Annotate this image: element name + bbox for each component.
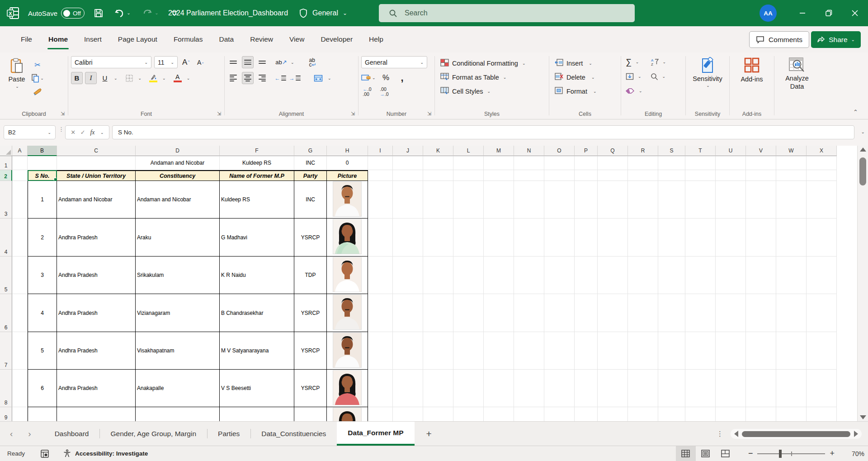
- cell-J4[interactable]: [393, 219, 423, 257]
- cell-F6[interactable]: B Chandrasekhar: [220, 294, 294, 332]
- column-header-R[interactable]: R: [628, 146, 658, 156]
- ribbon-tab-help[interactable]: Help: [361, 26, 392, 52]
- cell-L6[interactable]: [453, 294, 484, 332]
- cell-M3[interactable]: [484, 181, 514, 219]
- cell-X6[interactable]: [807, 294, 837, 332]
- column-header-P[interactable]: P: [575, 146, 598, 156]
- zoom-slider-handle[interactable]: [779, 450, 782, 458]
- cell-C5[interactable]: Andhra Pradesh: [57, 257, 136, 294]
- sheet-tab-data-constituencies[interactable]: Data_Constituencies: [250, 422, 337, 446]
- cell-C9[interactable]: [57, 407, 136, 421]
- cell-K4[interactable]: [423, 219, 453, 257]
- column-header-W[interactable]: W: [776, 146, 807, 156]
- increase-indent-button[interactable]: →: [289, 72, 301, 84]
- borders-chevron-icon[interactable]: ⌄: [138, 76, 142, 81]
- cell-X7[interactable]: [807, 332, 837, 370]
- cell-Q1[interactable]: [598, 156, 628, 170]
- cell-D9[interactable]: [136, 407, 220, 421]
- zoom-in-button[interactable]: +: [830, 449, 835, 458]
- cell-I4[interactable]: [368, 219, 393, 257]
- cell-A3[interactable]: [12, 181, 28, 219]
- cell-B3[interactable]: 1: [28, 181, 57, 219]
- cell-U1[interactable]: [716, 156, 746, 170]
- cell-C1[interactable]: [57, 156, 136, 170]
- cell-V4[interactable]: [746, 219, 776, 257]
- cell-Q8[interactable]: [598, 370, 628, 407]
- collapse-ribbon-button[interactable]: ⌃: [853, 109, 858, 115]
- cell-K5[interactable]: [423, 257, 453, 294]
- cell-V9[interactable]: [746, 407, 776, 421]
- cell-J2[interactable]: [393, 170, 423, 181]
- cell-D1[interactable]: Andaman and Nicobar: [136, 156, 220, 170]
- cell-G3[interactable]: INC: [294, 181, 327, 219]
- sheet-tab-parties[interactable]: Parties: [207, 422, 250, 446]
- cell-V7[interactable]: [746, 332, 776, 370]
- cell-A1[interactable]: [12, 156, 28, 170]
- cell-U3[interactable]: [716, 181, 746, 219]
- cell-X8[interactable]: [807, 370, 837, 407]
- column-header-A[interactable]: A: [12, 146, 28, 156]
- column-header-L[interactable]: L: [453, 146, 484, 156]
- cell-U5[interactable]: [716, 257, 746, 294]
- increase-font-button[interactable]: A⌃: [180, 56, 192, 68]
- cell-A9[interactable]: [12, 407, 28, 421]
- cell-S9[interactable]: [658, 407, 685, 421]
- cell-N2[interactable]: [514, 170, 544, 181]
- cell-W1[interactable]: [776, 156, 807, 170]
- merge-center-button[interactable]: [312, 72, 324, 84]
- cell-G9[interactable]: [294, 407, 327, 421]
- fill-color-chevron-icon[interactable]: ⌄: [162, 76, 166, 81]
- cell-P9[interactable]: [575, 407, 598, 421]
- sort-filter-button[interactable]: A Z ⌄: [651, 56, 666, 68]
- cell-J7[interactable]: [393, 332, 423, 370]
- cell-N7[interactable]: [514, 332, 544, 370]
- cell-G1[interactable]: INC: [294, 156, 327, 170]
- cell-M5[interactable]: [484, 257, 514, 294]
- cell-L7[interactable]: [453, 332, 484, 370]
- format-painter-button[interactable]: [31, 86, 44, 98]
- cell-L1[interactable]: [453, 156, 484, 170]
- accessibility-status[interactable]: Accessibility: Investigate: [63, 449, 148, 458]
- cell-N8[interactable]: [514, 370, 544, 407]
- ribbon-tab-data[interactable]: Data: [211, 26, 242, 52]
- scroll-left-icon[interactable]: [734, 431, 738, 437]
- cell-N1[interactable]: [514, 156, 544, 170]
- cell-L9[interactable]: [453, 407, 484, 421]
- cell-L3[interactable]: [453, 181, 484, 219]
- cell-S6[interactable]: [658, 294, 685, 332]
- minimize-button[interactable]: [789, 0, 816, 26]
- cell-N9[interactable]: [514, 407, 544, 421]
- cell-C3[interactable]: Andaman and Nicobar: [57, 181, 136, 219]
- cell-U9[interactable]: [716, 407, 746, 421]
- cell-H2[interactable]: Picture: [327, 170, 368, 181]
- orientation-chevron-icon[interactable]: ⌄: [291, 60, 294, 65]
- sheet-tab-data-former-mp[interactable]: Data_Former MP: [337, 422, 414, 446]
- cell-L8[interactable]: [453, 370, 484, 407]
- undo-chevron-icon[interactable]: ⌄: [127, 11, 130, 15]
- cell-B6[interactable]: 4: [28, 294, 57, 332]
- column-header-H[interactable]: H: [327, 146, 368, 156]
- cell-H9[interactable]: [327, 407, 368, 421]
- cell-N5[interactable]: [514, 257, 544, 294]
- zoom-level[interactable]: 70%: [843, 450, 864, 457]
- addins-button[interactable]: Add-ins: [732, 56, 771, 83]
- cell-N4[interactable]: [514, 219, 544, 257]
- cell-I5[interactable]: [368, 257, 393, 294]
- font-color-button[interactable]: A: [172, 72, 184, 84]
- ribbon-tab-view[interactable]: View: [281, 26, 312, 52]
- font-color-chevron-icon[interactable]: ⌄: [187, 76, 190, 81]
- cell-J3[interactable]: [393, 181, 423, 219]
- cell-G8[interactable]: YSRCP: [294, 370, 327, 407]
- autosave-control[interactable]: AutoSave Off: [28, 8, 85, 19]
- clear-button[interactable]: ⌄: [626, 85, 642, 97]
- cell-S3[interactable]: [658, 181, 685, 219]
- cell-J5[interactable]: [393, 257, 423, 294]
- cell-Q6[interactable]: [598, 294, 628, 332]
- cell-T3[interactable]: [685, 181, 716, 219]
- cell-C6[interactable]: Andhra Pradesh: [57, 294, 136, 332]
- cell-K2[interactable]: [423, 170, 453, 181]
- borders-button[interactable]: [123, 72, 135, 84]
- cell-O7[interactable]: [544, 332, 575, 370]
- scroll-down-icon[interactable]: [860, 415, 866, 419]
- increase-decimal-button[interactable]: ←.0.00: [361, 86, 373, 98]
